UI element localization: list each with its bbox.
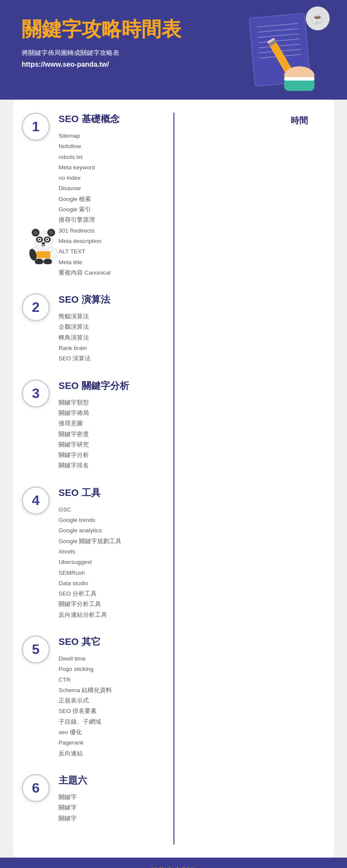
section-4-item-2: Google trends	[59, 515, 325, 525]
section-2-item-1: 熊貓演算法	[59, 311, 325, 322]
section-1-item-9: 搜尋引擎原理	[59, 215, 325, 225]
section-6-item-3: 關鍵字	[59, 813, 325, 824]
section-2-item-2: 企鵝演算法	[59, 322, 325, 332]
section-2-item-4: Rank brain	[59, 343, 325, 353]
section-4-item-10: 關鍵字分析工具	[59, 599, 325, 609]
header-illustration: ☕	[239, 4, 334, 95]
section-1-item-13: Meta title	[59, 257, 325, 268]
section-content-3: SEO 關鍵字分析關鍵字類型關鍵字佈局搜尋意圖關鍵字密度關鍵字研究關鍵字分析關鍵…	[59, 379, 325, 471]
section-1-item-8: Google 索引	[59, 204, 325, 215]
section-1-item-14: 重複內容 Canonical	[59, 268, 325, 278]
section-title-1: SEO 基礎概念	[59, 113, 325, 126]
main-content: 時間	[13, 100, 334, 858]
section-3-item-7: 關鍵字排名	[59, 460, 325, 471]
section-3-item-6: 關鍵字分析	[59, 450, 325, 460]
section-number-2: 2	[22, 293, 50, 321]
section-1-item-2: Nofollow	[59, 141, 325, 152]
section-content-2: SEO 演算法熊貓演算法企鵝演算法蜂鳥演算法Rank brainSEO 演算法	[59, 293, 325, 364]
section-1-item-12: ALT TEXT	[59, 246, 325, 257]
section-content-5: SEO 其它Dwell timePogo stickingCTR Schema …	[59, 635, 325, 759]
section-5-item-2: Pogo sticking	[59, 664, 325, 674]
hand-pencil-icon	[256, 30, 325, 91]
section-2-item-5: SEO 演算法	[59, 353, 325, 364]
section-title-3: SEO 關鍵字分析	[59, 379, 325, 392]
section-title-2: SEO 演算法	[59, 293, 325, 306]
section-4-item-4: Google 關鍵字規劃工具	[59, 536, 325, 547]
section-1-item-10: 301 Redirects	[59, 226, 325, 236]
section-1-item-5: no index	[59, 173, 325, 183]
section-5-item-4: Schema 結構化資料	[59, 685, 325, 696]
section-1-item-6: Disavow	[59, 183, 325, 194]
section-3-item-4: 關鍵字密度	[59, 429, 325, 440]
footer: 貓熊先生製作	[0, 858, 347, 868]
section-title-6: 主題六	[59, 774, 325, 787]
section-title-4: SEO 工具	[59, 486, 325, 499]
section-3-item-1: 關鍵字類型	[59, 398, 325, 408]
section-5-item-5: 正規表示式	[59, 696, 325, 706]
section-content-6: 主題六關鍵字關鍵字關鍵字	[59, 774, 325, 824]
section-4: 4SEO 工具GSCGoogle trendsGoogle analyticsG…	[22, 486, 325, 620]
section-2-item-3: 蜂鳥演算法	[59, 333, 325, 343]
section-5-item-10: 反向連結	[59, 748, 325, 759]
section-number-6: 6	[22, 774, 50, 802]
section-3-item-2: 關鍵字佈局	[59, 408, 325, 418]
section-1-item-3: robots.txt	[59, 152, 325, 162]
section-4-item-3: Google analytics	[59, 525, 325, 536]
section-5-item-7: 子目錄、子網域	[59, 717, 325, 727]
section-5-item-6: SEO 排名要素	[59, 706, 325, 716]
section-4-item-11: 反向連結分析工具	[59, 610, 325, 620]
section-4-item-1: GSC	[59, 505, 325, 515]
section-6: 6主題六關鍵字關鍵字關鍵字	[22, 774, 325, 824]
section-5: 5SEO 其它Dwell timePogo stickingCTR Schema…	[22, 635, 325, 759]
section-number-3: 3	[22, 379, 50, 408]
section-3-item-5: 關鍵字研究	[59, 440, 325, 450]
section-4-item-7: SEMRush	[59, 568, 325, 578]
section-5-item-8: seo 優化	[59, 727, 325, 738]
section-5-item-9: Pagerank	[59, 738, 325, 748]
section-1-item-7: Google 檢索	[59, 194, 325, 204]
section-title-5: SEO 其它	[59, 635, 325, 648]
section-2: 2SEO 演算法熊貓演算法企鵝演算法蜂鳥演算法Rank brainSEO 演算法	[22, 293, 325, 364]
header: 關鍵字攻略時間表 將關鍵字佈局圖轉成關鍵字攻略表 https://www.seo…	[0, 0, 347, 100]
section-1: 1SEO 基礎概念SitemapNofollowrobots.txtMeta k…	[22, 113, 325, 278]
section-1-item-4: Meta keyword	[59, 162, 325, 173]
sections-container: 1SEO 基礎概念SitemapNofollowrobots.txtMeta k…	[22, 113, 325, 824]
section-number-5: 5	[22, 635, 50, 664]
section-3-item-3: 搜尋意圖	[59, 418, 325, 429]
section-content-4: SEO 工具GSCGoogle trendsGoogle analyticsGo…	[59, 486, 325, 620]
section-3: 3SEO 關鍵字分析關鍵字類型關鍵字佈局搜尋意圖關鍵字密度關鍵字研究關鍵字分析關…	[22, 379, 325, 471]
section-1-item-11: Meta description	[59, 236, 325, 246]
section-number-4: 4	[22, 486, 50, 515]
svg-rect-8	[284, 77, 314, 81]
section-4-item-8: Data studio	[59, 578, 325, 589]
section-1-item-1: Sitemap	[59, 131, 325, 141]
section-6-item-1: 關鍵字	[59, 792, 325, 803]
section-4-item-5: Ahrefs	[59, 547, 325, 557]
section-4-item-9: SEO 分析工具	[59, 589, 325, 599]
section-content-1: SEO 基礎概念SitemapNofollowrobots.txtMeta ke…	[59, 113, 325, 278]
section-6-item-2: 關鍵字	[59, 803, 325, 813]
section-4-item-6: Ubersuggest	[59, 557, 325, 567]
coffee-cup-icon: ☕	[306, 6, 330, 30]
section-5-item-1: Dwell time	[59, 654, 325, 664]
section-5-item-3: CTR	[59, 675, 325, 685]
section-number-1: 1	[22, 113, 50, 141]
